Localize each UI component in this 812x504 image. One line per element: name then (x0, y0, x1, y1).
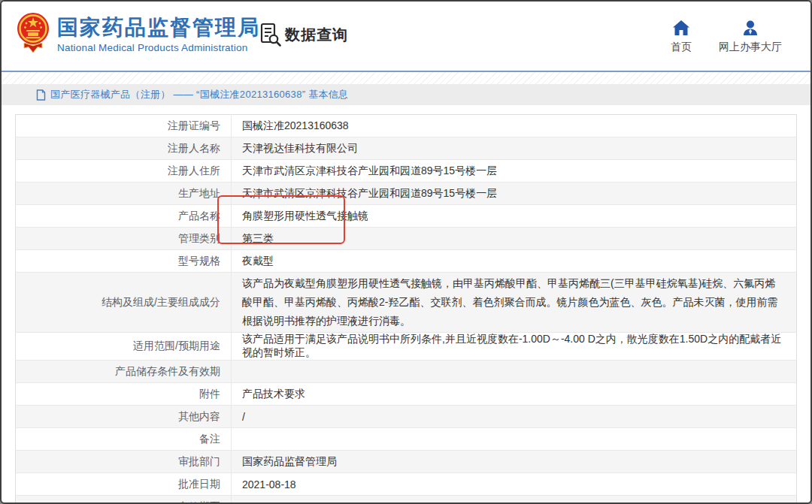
row-value: 角膜塑形用硬性透气接触镜 (232, 205, 797, 228)
data-query-tab[interactable]: 数据查询 (260, 23, 348, 47)
row-label: 其他内容 (16, 406, 232, 428)
row-value: 2026-08-17 (232, 496, 797, 504)
table-row: 备注 (16, 428, 797, 451)
row-value: 国械注准20213160638 (232, 115, 797, 137)
row-label: 批准日期 (16, 473, 232, 496)
table-row: 型号规格夜戴型 (16, 250, 797, 273)
nav-service-hall[interactable]: 网上办事大厅 (719, 20, 782, 54)
row-label: 型号规格 (16, 250, 232, 273)
table-row: 结构及组成/主要组成成分该产品为夜戴型角膜塑形用硬性透气接触镜，由甲基丙烯酸甲酯… (16, 273, 797, 333)
table-row: 生产地址天津市武清区京津科技谷产业园和园道89号15号楼一层 (16, 183, 797, 205)
row-value: 第三类 (232, 228, 797, 250)
main-content: 注册证编号国械注准20213160638注册人名称天津视达佳科技有限公司注册人住… (2, 105, 810, 504)
site-header: 国家药品监督管理局 National Medical Products Admi… (2, 2, 810, 72)
row-value: 夜戴型 (232, 250, 797, 273)
table-row: 产品储存条件及有效期 (16, 361, 797, 383)
row-value: 产品技术要求 (232, 383, 797, 406)
china-national-emblem-icon (17, 11, 50, 54)
nav-home[interactable]: 首页 (671, 20, 692, 54)
table-row: 注册人住所天津市武清区京津科技谷产业园和园道89号15号楼一层 (16, 160, 797, 183)
row-value: 该产品适用于满足该产品说明书中所列条件,并且近视度数在-1.00D～-4.00 … (232, 333, 797, 361)
table-row: 管理类别第三类 (16, 228, 797, 250)
nav-home-label: 首页 (671, 41, 692, 54)
user-icon (741, 20, 759, 36)
row-label: 注册人名称 (16, 137, 232, 160)
table-row: 批准日期2021-08-18 (16, 473, 797, 496)
document-search-icon (260, 23, 282, 47)
row-value: 国家药品监督管理局 (232, 451, 797, 473)
row-label: 注册人住所 (16, 160, 232, 183)
row-value: 天津市武清区京津科技谷产业园和园道89号15号楼一层 (232, 183, 797, 205)
table-row: 产品名称角膜塑形用硬性透气接触镜 (16, 205, 797, 228)
row-label: 产品名称 (16, 205, 232, 228)
table-row: 适用范围/预期用途该产品适用于满足该产品说明书中所列条件,并且近视度数在-1.0… (16, 333, 797, 361)
row-value: 该产品为夜戴型角膜塑形用硬性透气接触镜，由甲基丙烯酸甲酯、甲基丙烯酰三(三甲基甲… (232, 273, 797, 333)
home-icon (672, 20, 690, 36)
nav-service-hall-label: 网上办事大厅 (719, 41, 782, 54)
document-icon (36, 89, 46, 101)
brand-block: 国家药品监督管理局 National Medical Products Admi… (57, 15, 260, 53)
info-table-body: 注册证编号国械注准20213160638注册人名称天津视达佳科技有限公司注册人住… (16, 115, 797, 504)
row-value (232, 428, 797, 451)
row-label: 注册证编号 (16, 115, 232, 137)
breadcrumb-text: 国产医疗器械产品（注册） —— “国械注准20213160638” 基本信息 (50, 88, 348, 101)
registration-info-table: 注册证编号国械注准20213160638注册人名称天津视达佳科技有限公司注册人住… (15, 114, 797, 504)
header-nav: 首页 网上办事大厅 (671, 20, 782, 54)
row-label: 审批部门 (16, 451, 232, 473)
table-row: 审批部门国家药品监督管理局 (16, 451, 797, 473)
data-query-label: 数据查询 (285, 25, 348, 45)
table-row: 注册证编号国械注准20213160638 (16, 115, 797, 137)
breadcrumb: 国产医疗器械产品（注册） —— “国械注准20213160638” 基本信息 (2, 84, 810, 105)
row-value: 天津市武清区京津科技谷产业园和园道89号15号楼一层 (232, 160, 797, 183)
row-label: 管理类别 (16, 228, 232, 250)
row-value: / (232, 406, 797, 428)
table-row: 附件产品技术要求 (16, 383, 797, 406)
table-row: 有效期至2026-08-17 (16, 496, 797, 504)
table-row: 其他内容/ (16, 406, 797, 428)
row-value: 天津视达佳科技有限公司 (232, 137, 797, 160)
row-value (232, 361, 797, 383)
org-name-zh: 国家药品监督管理局 (57, 15, 260, 41)
table-row: 注册人名称天津视达佳科技有限公司 (16, 137, 797, 160)
row-label: 有效期至 (16, 496, 232, 504)
row-value: 2021-08-18 (232, 473, 797, 496)
hatched-divider (2, 72, 810, 84)
row-label: 适用范围/预期用途 (16, 333, 232, 361)
org-name-en: National Medical Products Administration (57, 42, 260, 53)
row-label: 附件 (16, 383, 232, 406)
row-label: 产品储存条件及有效期 (16, 361, 232, 383)
row-label: 生产地址 (16, 183, 232, 205)
nmpa-emblem-logo (17, 11, 50, 54)
row-label: 结构及组成/主要组成成分 (16, 273, 232, 333)
page: 国家药品监督管理局 National Medical Products Admi… (0, 0, 812, 504)
row-label: 备注 (16, 428, 232, 451)
